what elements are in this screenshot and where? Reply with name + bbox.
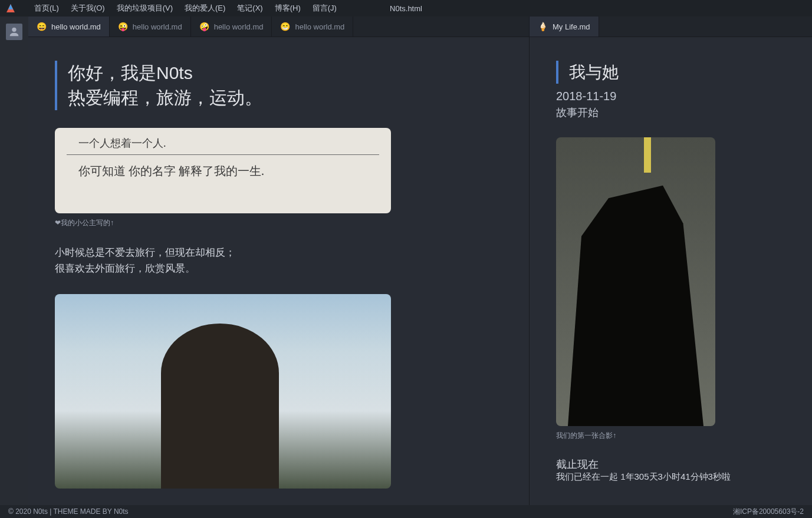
travel-paragraph: 小时候总是不爱去旅行，但现在却相反； 很喜欢去外面旅行，欣赏风景。 [55, 245, 502, 276]
emoji-icon: 😄 [37, 22, 47, 31]
menu-comments[interactable]: 留言(J) [307, 3, 343, 14]
note-text-1: 一个人想着一个人. [78, 136, 166, 150]
svg-point-0 [12, 28, 16, 32]
left-panel: 😄 hello world.md 😜 hello world.md 🤪 hell… [28, 17, 529, 505]
logo-icon [5, 2, 17, 14]
tab-hello-2[interactable]: 😜 hello world.md [110, 17, 191, 37]
heading-line1: 你好，我是N0ts [68, 61, 502, 85]
left-tabs: 😄 hello world.md 😜 hello world.md 🤪 hell… [28, 17, 529, 37]
window-title: N0ts.html [390, 4, 422, 13]
right-heading: 我与她 [556, 61, 785, 84]
status-bar: © 2020 N0ts | THEME MADE BY N0ts 湘ICP备20… [0, 505, 812, 518]
menu-about[interactable]: 关于我(O) [65, 3, 111, 14]
shadow-silhouette [568, 173, 703, 426]
menu-projects[interactable]: 我的垃圾项目(V) [111, 3, 179, 14]
travel-line1: 小时候总是不爱去旅行，但现在却相反； [55, 245, 502, 260]
left-article: 你好，我是N0ts 热爱编程，旅游，运动。 一个人想着一个人. 你可知道 你的名… [28, 37, 529, 505]
tab-label: hello world.md [214, 22, 264, 31]
tab-label: hello world.md [133, 22, 182, 31]
emoji-icon: 🤪 [199, 22, 209, 31]
story-date: 2018-11-19 [556, 90, 785, 103]
menubar: 首页(L) 关于我(O) 我的垃圾项目(V) 我的爱人(E) 笔记(X) 博客(… [0, 0, 812, 17]
menu-home[interactable]: 首页(L) [28, 3, 65, 14]
emoji-icon: 🍦 [538, 22, 548, 31]
tab-label: hello world.md [295, 22, 344, 31]
countdown-text: 我们已经在一起 1年305天3小时41分钟3秒啦 [556, 471, 785, 483]
tab-hello-3[interactable]: 🤪 hello world.md [191, 17, 272, 37]
handwritten-note-image: 一个人想着一个人. 你可知道 你的名字 解释了我的一生. [55, 128, 391, 213]
activity-bar [0, 17, 28, 505]
photo-caption: 我们的第一张合影↑ [556, 431, 785, 441]
footer-icp[interactable]: 湘ICP备20005603号-2 [733, 507, 804, 517]
tab-hello-1[interactable]: 😄 hello world.md [28, 17, 110, 37]
travel-line2: 很喜欢去外面旅行，欣赏风景。 [55, 260, 502, 276]
right-article: 我与她 2018-11-19 故事开始 我们的第一张合影↑ 截止现在 我们已经在… [530, 37, 812, 505]
avatar-icon[interactable] [6, 24, 22, 40]
right-heading-text: 我与她 [569, 61, 785, 84]
waterfall-photo [55, 294, 391, 489]
menu-notes[interactable]: 笔记(X) [231, 3, 268, 14]
main-heading: 你好，我是N0ts 热爱编程，旅游，运动。 [55, 61, 502, 110]
right-panel: 🍦 My Life.md 我与她 2018-11-19 故事开始 我们的第一张合… [529, 17, 812, 505]
shadow-photo [556, 137, 715, 426]
countdown-label: 截止现在 [556, 457, 785, 471]
road-line [644, 137, 651, 173]
tab-label: hello world.md [51, 22, 101, 31]
right-tabs: 🍦 My Life.md [530, 17, 812, 37]
story-subtitle: 故事开始 [556, 105, 785, 120]
note-caption: ❤我的小公主写的↑ [55, 218, 502, 228]
tab-label: My Life.md [553, 22, 590, 31]
emoji-icon: 😁 [280, 22, 290, 31]
content-area: 😄 hello world.md 😜 hello world.md 🤪 hell… [28, 17, 812, 505]
note-text-2: 你可知道 你的名字 解释了我的一生. [78, 163, 264, 179]
tab-hello-4[interactable]: 😁 hello world.md [272, 17, 353, 37]
menu-blog[interactable]: 博客(H) [269, 3, 307, 14]
person-silhouette [161, 324, 279, 489]
heading-line2: 热爱编程，旅游，运动。 [68, 85, 502, 110]
menu-lover[interactable]: 我的爱人(E) [179, 3, 231, 14]
tab-mylife[interactable]: 🍦 My Life.md [530, 17, 599, 37]
emoji-icon: 😜 [118, 22, 128, 31]
footer-copyright: © 2020 N0ts | THEME MADE BY N0ts [8, 507, 129, 516]
